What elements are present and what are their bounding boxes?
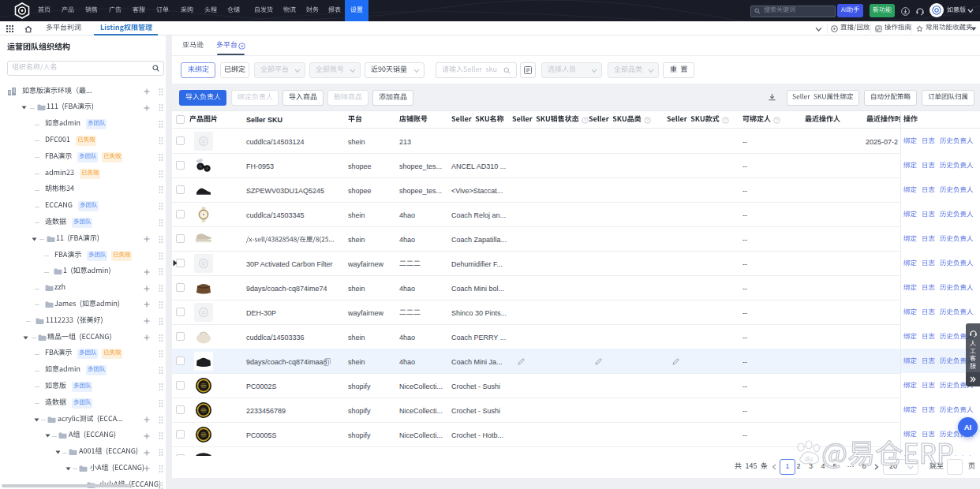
svg-text:du: du — [805, 455, 813, 463]
